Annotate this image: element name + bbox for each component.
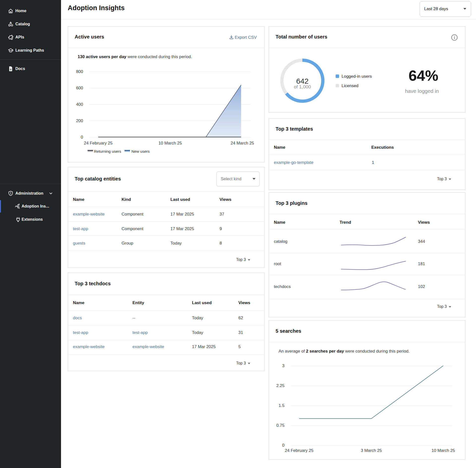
svg-text:New users: New users <box>131 149 150 153</box>
svg-text:24 March 25: 24 March 25 <box>231 141 254 145</box>
svg-text:3: 3 <box>282 363 285 368</box>
svg-text:200: 200 <box>76 118 83 123</box>
svg-text:24 February 25: 24 February 25 <box>285 448 313 453</box>
svg-text:1.5: 1.5 <box>279 403 285 408</box>
svg-text:2.25: 2.25 <box>276 383 285 388</box>
svg-text:400: 400 <box>76 102 83 107</box>
svg-text:Returning users: Returning users <box>94 149 121 153</box>
svg-text:0.75: 0.75 <box>276 423 285 428</box>
svg-text:0: 0 <box>282 443 285 448</box>
svg-text:of 1,000: of 1,000 <box>294 84 311 89</box>
svg-text:10 March 25: 10 March 25 <box>159 141 182 145</box>
svg-text:0: 0 <box>81 135 83 140</box>
svg-text:600: 600 <box>76 86 83 90</box>
svg-text:24 February 25: 24 February 25 <box>84 141 112 145</box>
svg-text:10 March 25: 10 March 25 <box>432 448 455 453</box>
svg-text:800: 800 <box>76 69 83 74</box>
svg-text:3 March 25: 3 March 25 <box>361 448 382 453</box>
